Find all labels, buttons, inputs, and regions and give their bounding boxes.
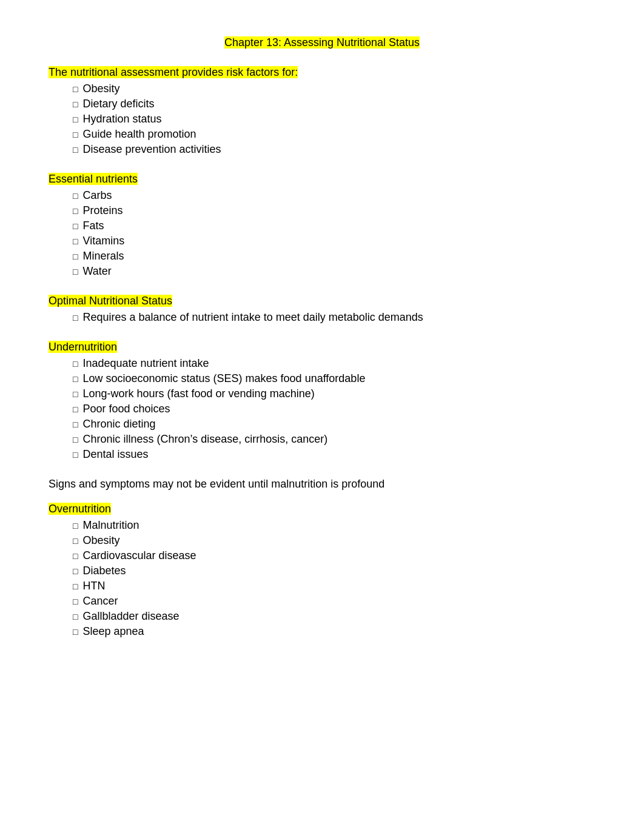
list-item-text: Vitamins <box>82 235 124 247</box>
list-item: Disease prevention activities <box>73 143 595 156</box>
list-item: Requires a balance of nutrient intake to… <box>73 311 595 324</box>
list-item: Carbs <box>73 189 595 202</box>
list-item: Gallbladder disease <box>73 610 595 623</box>
list-item-text: Chronic illness (Chron’s disease, cirrho… <box>82 433 327 446</box>
list-item-text: Disease prevention activities <box>82 143 221 156</box>
list-item: Dental issues <box>73 448 595 461</box>
list-item-text: Cardiovascular disease <box>82 549 196 562</box>
list-item-text: Requires a balance of nutrient intake to… <box>82 311 423 324</box>
section-heading-essential-nutrients: Essential nutrients <box>49 173 138 185</box>
section-heading-undernutrition: Undernutrition <box>49 341 117 353</box>
list-item: Hydration status <box>73 113 595 126</box>
plain-text-statement: Signs and symptoms may not be evident un… <box>49 478 595 491</box>
list-item-text: Fats <box>82 220 104 232</box>
list-item-text: Hydration status <box>82 113 161 126</box>
list-item-text: Cancer <box>82 595 118 608</box>
list-item: Obesity <box>73 82 595 95</box>
list-item-text: Poor food choices <box>82 403 170 415</box>
list-item: Sleep apnea <box>73 625 595 638</box>
list-item: Malnutrition <box>73 519 595 532</box>
list-item-text: Inadequate nutrient intake <box>82 357 209 370</box>
list-item: Guide health promotion <box>73 128 595 141</box>
list-item: Chronic dieting <box>73 418 595 431</box>
section-essential-nutrients: Essential nutrientsCarbsProteinsFatsVita… <box>49 173 595 278</box>
list-item-text: Minerals <box>82 250 124 263</box>
section-heading-overnutrition: Overnutrition <box>49 503 111 515</box>
section-heading-risk-factors: The nutritional assessment provides risk… <box>49 66 298 78</box>
list-item-text: Low socioeconomic status (SES) makes foo… <box>82 372 365 385</box>
list-item: Low socioeconomic status (SES) makes foo… <box>73 372 595 385</box>
list-item: Obesity <box>73 534 595 547</box>
list-item: Water <box>73 265 595 278</box>
section-heading-optimal-nutritional-status: Optimal Nutritional Status <box>49 295 172 307</box>
list-item-text: Guide health promotion <box>82 128 196 141</box>
list-item-text: Chronic dieting <box>82 418 155 431</box>
list-item-text: Sleep apnea <box>82 625 144 638</box>
section-list-undernutrition: Inadequate nutrient intakeLow socioecono… <box>49 357 595 461</box>
list-item: Cancer <box>73 595 595 608</box>
list-item: Cardiovascular disease <box>73 549 595 562</box>
section-risk-factors: The nutritional assessment provides risk… <box>49 66 595 156</box>
list-item-text: Obesity <box>82 82 119 95</box>
list-item: HTN <box>73 580 595 592</box>
list-item: Inadequate nutrient intake <box>73 357 595 370</box>
list-item: Vitamins <box>73 235 595 247</box>
list-item: Minerals <box>73 250 595 263</box>
list-item-text: Proteins <box>82 204 122 217</box>
list-item-text: Long-work hours (fast food or vending ma… <box>82 387 314 400</box>
list-item: Proteins <box>73 204 595 217</box>
list-item-text: Gallbladder disease <box>82 610 179 623</box>
section-list-optimal-nutritional-status: Requires a balance of nutrient intake to… <box>49 311 595 324</box>
list-item-text: Malnutrition <box>82 519 139 532</box>
list-item-text: HTN <box>82 580 105 592</box>
section-list-essential-nutrients: CarbsProteinsFatsVitaminsMineralsWater <box>49 189 595 278</box>
list-item-text: Dental issues <box>82 448 148 461</box>
list-item-text: Dietary deficits <box>82 98 154 110</box>
list-item-text: Diabetes <box>82 565 126 577</box>
list-item: Chronic illness (Chron’s disease, cirrho… <box>73 433 595 446</box>
list-item-text: Obesity <box>82 534 119 547</box>
section-list-risk-factors: ObesityDietary deficitsHydration statusG… <box>49 82 595 156</box>
list-item: Long-work hours (fast food or vending ma… <box>73 387 595 400</box>
list-item: Diabetes <box>73 565 595 577</box>
section-optimal-nutritional-status: Optimal Nutritional StatusRequires a bal… <box>49 295 595 324</box>
list-item: Fats <box>73 220 595 232</box>
list-item-text: Carbs <box>82 189 112 202</box>
section-overnutrition: OvernutritionMalnutritionObesityCardiova… <box>49 503 595 638</box>
section-list-overnutrition: MalnutritionObesityCardiovascular diseas… <box>49 519 595 638</box>
page-title: Chapter 13: Assessing Nutritional Status <box>49 36 595 49</box>
list-item: Dietary deficits <box>73 98 595 110</box>
list-item: Poor food choices <box>73 403 595 415</box>
list-item-text: Water <box>82 265 111 278</box>
section-undernutrition: UndernutritionInadequate nutrient intake… <box>49 341 595 461</box>
